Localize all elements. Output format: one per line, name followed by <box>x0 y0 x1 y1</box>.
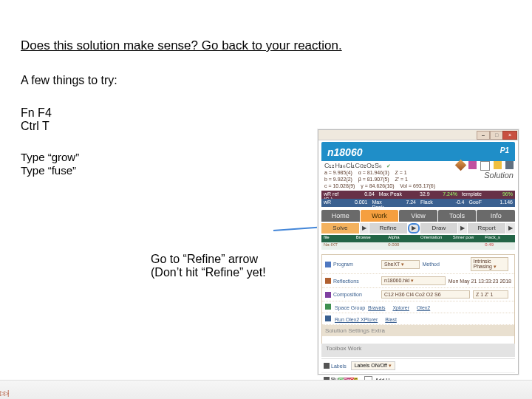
chevron-down-icon: ▾ <box>411 278 414 283</box>
draw-arrow-icon[interactable]: ▶ <box>458 223 467 233</box>
window-titlebar: – □ × <box>318 130 518 140</box>
refine-arrow-icon[interactable]: ▶ <box>408 223 420 233</box>
subtab-refine[interactable]: Refine <box>369 223 407 233</box>
col: Browse <box>354 235 386 242</box>
link-olex2[interactable]: Olex2 <box>417 305 430 310</box>
reflections-select[interactable]: n18060.hkl ▾ <box>381 276 446 285</box>
cell <box>418 242 451 250</box>
sub-tabs: Solve ▶ Refine ▶ Draw ▶ Report ▶ <box>321 223 515 233</box>
stat-value: 96% <box>488 191 515 199</box>
bottom-bar: Labels Labels ON/Off ▾ <box>321 358 515 372</box>
stat-value: 1.146 <box>491 199 515 207</box>
program-select[interactable]: SheXT ▾ <box>381 260 420 269</box>
stat-label: wR <box>321 199 346 207</box>
label: Labels <box>331 364 347 369</box>
link-bravais[interactable]: Bravais <box>368 305 385 310</box>
link-blast[interactable]: Blast <box>385 317 397 322</box>
z-values[interactable]: Z 1 Z' 1 <box>473 290 508 299</box>
col: S/mer pow <box>451 235 483 242</box>
stat-value: -0.4 <box>443 199 467 207</box>
results-row: Na-IXT 0.000 0.49 <box>321 242 515 250</box>
labels-icon <box>324 363 330 369</box>
stat-label: GooF <box>467 199 491 207</box>
tab-work[interactable]: Work <box>361 210 399 222</box>
link-run-xplorer[interactable]: Run Olex2 XPlorer <box>335 317 378 322</box>
delete-icon[interactable] <box>505 161 514 169</box>
stats-row-2: wR0.001 Max Peak7.24 Flack-0.4 GooF1.146 <box>321 199 515 207</box>
stats-row-1: wR ref (C-)0.84 Max Peak32.9 7.24% templ… <box>321 191 515 199</box>
program-icon <box>325 262 331 267</box>
chemical-formula: C₁₂H₃₆Cl₄Co₂O₂S₆ <box>324 162 382 169</box>
link-xplorer[interactable]: Xplorer <box>392 305 409 310</box>
main-tabs: Home Work View Tools Info <box>321 210 515 222</box>
window-close-button[interactable]: × <box>502 131 517 140</box>
slide-subtitle: A few things to try: <box>21 74 117 87</box>
header-toolbar <box>457 161 514 171</box>
solution-label: Solution <box>484 171 514 180</box>
cell: 0.49 <box>482 242 515 250</box>
report-arrow-icon[interactable]: ▶ <box>506 223 515 233</box>
cell <box>354 242 386 250</box>
stat-label: Max Peak <box>370 199 395 207</box>
label: Method <box>423 262 471 267</box>
method-select[interactable]: Intrinsic Phasing ▾ <box>471 257 509 271</box>
stat-label: Flack <box>418 199 443 207</box>
labels-select[interactable]: Labels ON/Off ▾ <box>351 361 395 370</box>
stat-value: 7.24 <box>394 199 418 207</box>
folder-icon[interactable] <box>494 161 502 169</box>
chevron-down-icon: ▾ <box>389 363 392 368</box>
stat-pct: 7.24% <box>432 191 460 199</box>
cell: 0.000 <box>386 242 418 250</box>
callout-refine: Go to “Refine” arrow <box>151 253 258 266</box>
window-maximize-button[interactable]: □ <box>490 131 503 140</box>
window-minimize-button[interactable]: – <box>477 131 490 140</box>
callout-refine-2: (Don’t hit “Refine” yet! <box>151 266 266 279</box>
tab-info[interactable]: Info <box>477 210 515 222</box>
subtab-solve[interactable]: Solve <box>321 223 359 233</box>
field-composition: Composition C12 H36 Cl4 Co2 O2 S6 Z 1 Z'… <box>322 288 514 301</box>
label: Program <box>333 262 381 267</box>
field-program: Program SheXT ▾ Method Intrinsic Phasing… <box>322 255 514 274</box>
work-panel: Program SheXT ▾ Method Intrinsic Phasing… <box>321 254 515 344</box>
label: Composition <box>333 292 381 297</box>
stat-label: template <box>460 191 487 199</box>
hint-ctrlt: Ctrl T <box>21 120 50 133</box>
brush-icon[interactable] <box>468 161 477 169</box>
sg-icon <box>325 304 331 310</box>
run-icon <box>325 316 331 321</box>
slide-title: Does this solution make sense? Go back t… <box>21 38 342 53</box>
olex2-window: – □ × n18060 P1 C₁₂H₃₆Cl₄Co₂O₂S₆ ✔ a = 9… <box>318 129 519 375</box>
cell <box>451 242 483 250</box>
tab-tools[interactable]: Tools <box>438 210 477 222</box>
prev-slide-icon[interactable]: ▷▷| <box>0 389 7 397</box>
edit-icon[interactable] <box>455 160 467 171</box>
label: Reflections <box>333 279 381 284</box>
solution-settings-extra[interactable]: Solution Settings Extra <box>322 325 514 336</box>
col: file <box>321 235 354 242</box>
col: Alpha <box>386 235 418 242</box>
file-icon[interactable] <box>480 161 490 171</box>
stat-value: 0.001 <box>346 199 370 207</box>
structure-name: n18060 <box>327 146 362 158</box>
subtab-draw[interactable]: Draw <box>420 223 458 233</box>
col: Flack_s <box>482 235 515 242</box>
toolbox-work-header[interactable]: Toolbox Work <box>321 344 515 357</box>
hint-grow: Type “grow” <box>21 151 79 163</box>
field-reflections: Reflections n18060.hkl ▾ Mon May 21 13:3… <box>322 274 514 288</box>
tab-view[interactable]: View <box>399 210 437 222</box>
space-group-short: P1 <box>500 146 509 154</box>
subtab-report[interactable]: Report <box>468 223 505 233</box>
check-icon: ✔ <box>386 163 391 168</box>
stat-value: 0.84 <box>349 191 376 199</box>
hint-fnf4: Fn F4 <box>21 106 52 120</box>
chevron-down-icon: ▾ <box>401 262 404 267</box>
solve-arrow-icon[interactable]: ▶ <box>360 223 369 233</box>
reflections-icon <box>325 278 331 284</box>
tab-home[interactable]: Home <box>321 210 360 222</box>
stat-label: Max Peak <box>377 191 404 199</box>
results-header: file Browse Alpha Orientation S/mer pow … <box>321 235 515 242</box>
cell: Na-IXT <box>321 242 354 250</box>
stat-value: 32.9 <box>404 191 432 199</box>
composition-input[interactable]: C12 H36 Cl4 Co2 O2 S6 <box>381 290 470 299</box>
composition-icon <box>325 292 331 298</box>
